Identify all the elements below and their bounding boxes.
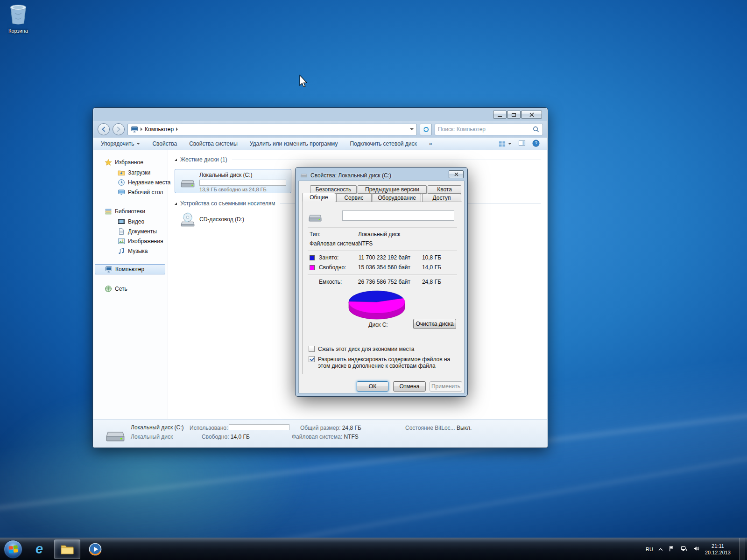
compress-checkbox[interactable]	[309, 346, 315, 352]
start-button[interactable]	[4, 540, 22, 559]
details-size-value: 24,8 ГБ	[342, 425, 361, 431]
volume-tray-button[interactable]	[693, 545, 700, 553]
compress-label: Сжать этот диск для экономии места	[318, 346, 414, 352]
system-properties-menu[interactable]: Свойства системы	[189, 140, 238, 147]
help-icon: ?	[532, 140, 540, 147]
close-button[interactable]	[521, 111, 542, 119]
sidebar-item-computer[interactable]: Компьютер	[95, 264, 165, 274]
uninstall-program-menu[interactable]: Удалить или изменить программу	[250, 140, 338, 147]
back-button[interactable]	[98, 123, 110, 135]
preview-pane-button[interactable]	[518, 140, 526, 148]
command-bar: Упорядочить Свойства Свойства системы Уд…	[93, 138, 547, 150]
volume-label-input[interactable]	[342, 210, 454, 221]
tab-sharing[interactable]: Доступ	[422, 194, 461, 202]
music-icon	[118, 247, 125, 255]
sidebar-item-downloads[interactable]: Загрузки	[118, 168, 150, 177]
details-fs-row: Файловая система: NTFS	[292, 434, 359, 440]
breadcrumb[interactable]: Компьютер	[145, 126, 174, 133]
sidebar-item-documents[interactable]: Документы	[118, 227, 157, 236]
sidebar-item-libraries[interactable]: Библиотеки	[105, 207, 145, 216]
sidebar-item-pictures[interactable]: Изображения	[118, 237, 163, 246]
change-view-button[interactable]	[499, 140, 512, 147]
ok-button[interactable]: ОК	[357, 381, 388, 392]
address-bar[interactable]: Компьютер	[127, 124, 417, 135]
search-input[interactable]	[438, 126, 532, 133]
ok-label: ОК	[369, 383, 376, 390]
details-pane: Локальный диск (C:) Локальный диск Испол…	[93, 419, 547, 447]
minimize-button[interactable]	[493, 111, 507, 119]
breadcrumb-chevron-icon[interactable]	[176, 127, 178, 131]
address-history-dropdown-icon[interactable]	[410, 128, 414, 130]
taskbar-item-media-player[interactable]	[82, 539, 108, 559]
index-label: Разрешить индексировать содержимое файло…	[318, 356, 458, 369]
forward-icon	[115, 126, 122, 133]
documents-icon	[118, 228, 125, 235]
filesystem-label: Файловая система:	[310, 240, 360, 247]
group-collapse-icon[interactable]	[175, 203, 177, 205]
show-hidden-icons-button[interactable]	[658, 546, 663, 553]
search-box[interactable]	[435, 124, 543, 135]
used-legend-swatch	[310, 255, 315, 260]
drive-name: CD-дисковод (D:)	[199, 216, 244, 223]
tab-tools[interactable]: Сервис	[336, 194, 372, 202]
sidebar-item-video[interactable]: Видео	[118, 217, 144, 226]
back-icon	[100, 126, 107, 133]
sidebar-label: Избранное	[115, 159, 143, 166]
desktop-icon	[118, 189, 125, 196]
action-center-button[interactable]	[668, 545, 675, 553]
tab-quota[interactable]: Квота	[428, 185, 461, 194]
taskbar-clock[interactable]: 21:11 20.12.2013	[705, 543, 731, 556]
sidebar-item-recent-places[interactable]: Недавние места	[118, 178, 170, 187]
sidebar-item-desktop[interactable]: Рабочий стол	[118, 188, 163, 197]
tab-hardware[interactable]: Оборудование	[373, 194, 421, 202]
dialog-close-button[interactable]	[449, 170, 464, 178]
star-icon	[105, 159, 112, 166]
apply-button[interactable]: Применить	[430, 381, 462, 392]
group-header-hard-disks[interactable]: Жесткие диски (1)	[175, 156, 541, 163]
help-button[interactable]: ?	[532, 140, 540, 148]
index-checkbox[interactable]	[309, 356, 315, 362]
cancel-button[interactable]: Отмена	[393, 381, 426, 392]
search-icon[interactable]	[532, 126, 540, 133]
maximize-button[interactable]	[507, 111, 521, 119]
toolbar-overflow-button[interactable]: »	[429, 140, 432, 147]
cd-drive-icon	[180, 212, 196, 228]
sidebar-item-network[interactable]: Сеть	[105, 284, 127, 294]
details-size-row: Общий размер: 24,8 ГБ	[300, 425, 361, 431]
dialog-titlebar: Свойства: Локальный диск (C:)	[300, 171, 391, 180]
sidebar-item-favorites[interactable]: Избранное	[105, 158, 143, 167]
tab-previous-versions[interactable]: Предыдущие версии	[358, 185, 427, 194]
filesystem-value: NTFS	[358, 240, 373, 247]
free-legend-swatch	[310, 265, 315, 270]
taskbar-item-internet-explorer[interactable]: e	[26, 539, 52, 559]
language-indicator[interactable]: RU	[646, 546, 653, 552]
group-collapse-icon[interactable]	[175, 159, 177, 161]
sidebar-label: Музыка	[128, 248, 148, 254]
tab-label: Безопасность	[316, 186, 352, 193]
flag-icon	[668, 545, 675, 552]
separator	[308, 250, 457, 251]
disk-cleanup-button[interactable]: Очистка диска	[413, 319, 456, 329]
map-network-drive-menu[interactable]: Подключить сетевой диск	[350, 140, 416, 147]
libraries-icon	[105, 208, 112, 215]
caption-buttons	[493, 111, 542, 119]
details-capacity-bar	[229, 424, 289, 430]
drive-name: Локальный диск (C:)	[199, 172, 253, 178]
internet-explorer-icon: e	[35, 542, 43, 556]
tab-general[interactable]: Общие	[303, 193, 335, 202]
details-free-label: Свободно:	[202, 434, 229, 440]
network-tray-button[interactable]	[680, 545, 688, 553]
recycle-bin-desktop-icon[interactable]: Корзина	[3, 3, 34, 34]
show-desktop-button[interactable]	[740, 538, 745, 560]
command-bar-right: ?	[499, 140, 540, 148]
downloads-icon	[118, 169, 125, 176]
taskbar-item-explorer[interactable]	[54, 539, 80, 559]
refresh-button[interactable]	[420, 124, 432, 135]
properties-menu[interactable]: Свойства	[152, 140, 177, 147]
organize-menu[interactable]: Упорядочить	[101, 140, 140, 147]
sidebar-item-music[interactable]: Музыка	[118, 246, 148, 256]
cd-drive-item[interactable]: CD-дисковод (D:)	[175, 209, 291, 230]
forward-button[interactable]	[113, 123, 125, 135]
views-icon	[499, 140, 506, 147]
drive-c-item[interactable]: Локальный диск (C:) 13,9 ГБ свободно из …	[175, 169, 291, 193]
